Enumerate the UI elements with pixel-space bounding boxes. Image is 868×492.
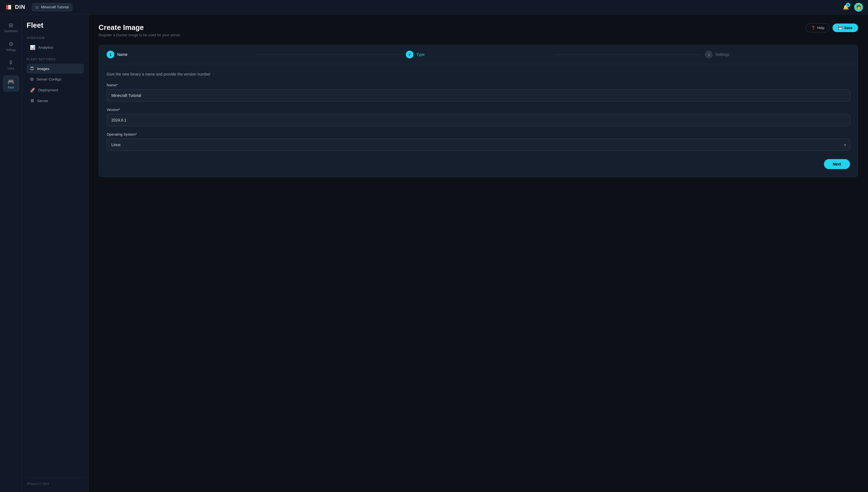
main-layout: ⊞ Dashboard ⚙ Settings 🎙 Voice 🎮 Fleet F… — [0, 15, 868, 492]
sidebar-title: Fleet — [27, 21, 84, 30]
settings-icon: ⚙ — [8, 41, 14, 47]
svg-rect-2 — [8, 5, 11, 9]
name-group: Name* — [107, 83, 850, 102]
sidebar-item-analytics[interactable]: 📊 Analytics — [27, 42, 84, 53]
notification-badge: 9 — [846, 3, 850, 7]
next-button[interactable]: Next — [824, 159, 850, 169]
overview-section-label: OVERVIEW — [27, 36, 84, 40]
page-title: Create Image — [99, 23, 180, 32]
server-icon: 🖥 — [30, 98, 34, 103]
voice-icon: 🎙 — [8, 59, 14, 66]
topbar-actions: 🔔 9 🧑 — [841, 2, 863, 12]
content-area: Create Image Register a Docker image to … — [89, 15, 868, 492]
os-select[interactable]: Linux Windows macOS — [107, 139, 850, 151]
step-type: ✓ Type — [406, 51, 551, 58]
step-divider-1 — [256, 54, 401, 55]
step-divider-2 — [555, 54, 700, 55]
step-settings: 3 Settings — [705, 51, 850, 58]
content-header: Create Image Register a Docker image to … — [99, 23, 858, 37]
header-actions: ❓ Help 💾 Save — [806, 23, 858, 32]
fleet-settings-section-label: FLEET SETTINGS — [27, 57, 84, 61]
sidebar-item-server-configs[interactable]: ⚙ Server Configs — [27, 74, 84, 84]
page-subtitle: Register a Docker image to be used for y… — [99, 33, 180, 37]
help-icon: ❓ — [811, 26, 815, 30]
step-name: 1 Name — [107, 51, 252, 58]
os-select-wrapper: Linux Windows macOS ▾ — [107, 139, 850, 151]
save-button[interactable]: 💾 Save — [832, 24, 858, 32]
avatar[interactable]: 🧑 — [854, 3, 863, 11]
form-body: Give the new binary a name and provide t… — [99, 64, 858, 177]
form-description: Give the new binary a name and provide t… — [107, 72, 850, 76]
os-label: Operating System* — [107, 132, 850, 137]
name-label: Name* — [107, 83, 850, 87]
grid-icon: ⊞ — [36, 5, 39, 9]
logo-text: DIN — [15, 4, 25, 10]
version-label: Version* — [107, 108, 850, 112]
project-name: Minecraft Tutorial — [41, 5, 69, 9]
step-circle-type: ✓ — [406, 51, 414, 58]
nav-item-dashboard[interactable]: ⊞ Dashboard — [3, 19, 19, 35]
nav-item-voice[interactable]: 🎙 Voice — [3, 56, 19, 73]
step-circle-settings: 3 — [705, 51, 712, 58]
dashboard-icon: ⊞ — [8, 22, 13, 28]
help-button[interactable]: ❓ Help — [806, 23, 830, 32]
topbar: DIN ⊞ Minecraft Tutorial 🔔 9 🧑 — [0, 0, 868, 15]
os-group: Operating System* Linux Windows macOS ▾ — [107, 132, 850, 151]
deployment-icon: 🚀 — [30, 88, 36, 93]
stepper: 1 Name ✓ Type 3 Settings — [99, 45, 858, 64]
version-input[interactable] — [107, 114, 850, 126]
sidebar-item-deployment[interactable]: 🚀 Deployment — [27, 85, 84, 95]
sidebar-footer: 4Players © 2024 — [27, 477, 84, 485]
form-card: 1 Name ✓ Type 3 Settings Give the new bi… — [99, 45, 858, 177]
nav-item-fleet[interactable]: 🎮 Fleet — [3, 75, 19, 92]
form-footer: Next — [107, 157, 850, 169]
sidebar-item-server[interactable]: 🖥 Server — [27, 96, 84, 106]
sidebar: Fleet OVERVIEW 📊 Analytics FLEET SETTING… — [22, 15, 89, 492]
server-configs-icon: ⚙ — [30, 77, 34, 82]
analytics-icon: 📊 — [30, 45, 36, 50]
name-input[interactable] — [107, 90, 850, 102]
project-selector[interactable]: ⊞ Minecraft Tutorial — [32, 3, 72, 11]
step-circle-name: 1 — [107, 51, 114, 58]
logo: DIN — [5, 3, 25, 11]
step-label-type: Type — [416, 52, 425, 57]
fleet-icon: 🎮 — [7, 78, 15, 85]
sidebar-item-images[interactable]: 🗒 Images — [27, 64, 84, 74]
nav-item-settings[interactable]: ⚙ Settings — [3, 38, 19, 54]
images-icon: 🗒 — [30, 66, 34, 71]
title-block: Create Image Register a Docker image to … — [99, 23, 180, 37]
version-group: Version* — [107, 108, 850, 126]
save-icon: 💾 — [838, 26, 843, 30]
step-label-name: Name — [117, 52, 127, 57]
left-nav: ⊞ Dashboard ⚙ Settings 🎙 Voice 🎮 Fleet — [0, 15, 22, 492]
step-label-settings: Settings — [715, 52, 729, 57]
notifications-button[interactable]: 🔔 9 — [841, 2, 851, 12]
